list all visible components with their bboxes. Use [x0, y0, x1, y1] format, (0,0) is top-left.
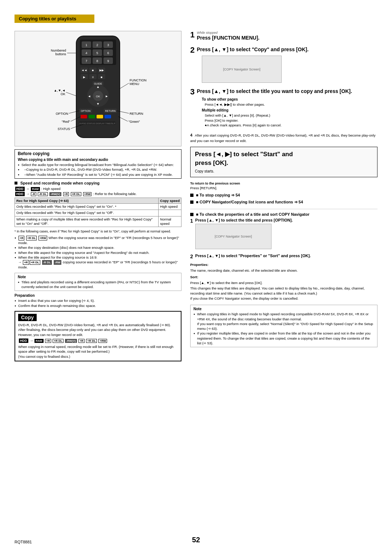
bilingual-list: Select the audio type for recording bili… [18, 162, 178, 177]
return-to-screen: To return to the previous screen Press [… [190, 181, 377, 191]
return-title: To return to the previous screen [190, 182, 240, 185]
bilingual-heading: When copying a title with main and secon… [18, 158, 178, 162]
svg-text:OK: OK [96, 95, 100, 98]
rdl-badge: -R DL [38, 192, 48, 196]
copy-box-title: Copy [18, 314, 37, 321]
svg-text:buttons: buttons [55, 52, 66, 56]
footnote-item-4: When the title aspect for the copying so… [15, 255, 181, 270]
step-1: 1 While stopped Press [FUNCTION MENU]. [190, 31, 377, 41]
prep-list: Insert a disc that you can use for copyi… [15, 298, 181, 308]
svg-text:9: 9 [107, 59, 109, 63]
svg-text:"Red": "Red" [62, 120, 70, 123]
preparation-section: Preparation Insert a disc that you can u… [15, 293, 181, 308]
model-number: RQT8881 [15, 540, 32, 544]
footnote-list: +R +R DL +RW When the copying source was… [15, 235, 181, 270]
svg-text:OPTION: OPTION [81, 110, 91, 112]
svg-text:RETURN: RETURN [130, 112, 143, 116]
step-2: 2 Press [▲, ▼] to select "Copy" and pres… [190, 46, 377, 83]
copy-starts-text: Copy starts. [195, 169, 373, 174]
rwv-badge: -RW(V) [49, 192, 61, 196]
step-3-sub: To show other pages Press [◄◄, ▶▶|] to s… [190, 97, 377, 127]
svg-text:FUNCTION: FUNCTION [130, 78, 147, 82]
svg-text:▼: ▼ [97, 102, 100, 106]
multiple-editing-text: Select with [▲, ▼] and press [II]. (Repe… [202, 113, 377, 127]
svg-text:5: 5 [96, 51, 98, 55]
footnote-item-1: +R +R DL +RW When the copying source was… [15, 235, 181, 245]
check-props-step-1-number: 1 [190, 218, 193, 224]
step-4-text: 4 After you start copying DVD-R, DVD-R D… [190, 133, 377, 143]
svg-text:RETURN: RETURN [105, 110, 115, 112]
step-2-header: 2 Press [▲, ▼] to select "Copy" and pres… [190, 46, 377, 54]
svg-rect-48 [105, 115, 111, 118]
prep-title: Preparation [15, 293, 181, 298]
table-row: When making a copy of multiple titles th… [15, 216, 181, 227]
final-note-box: Note When copying titles in high speed m… [190, 305, 377, 347]
step-1-number: 1 [190, 31, 195, 39]
stop-copying-ref: ■ To stop copying ➾ 54 [190, 193, 377, 198]
step-3-number: 3 [190, 88, 195, 96]
bullet-icon-3 [190, 200, 193, 204]
check-props-step-1: 1 Press [▲, ▼] to select the title and p… [190, 218, 377, 251]
svg-text:II: II [92, 76, 94, 79]
hdd-label-2: HDD [15, 192, 25, 196]
note-box: Note Titles and playlists recorded using… [15, 273, 181, 291]
speed-heading: Speed and recording mode when copying [15, 181, 181, 185]
svg-text:■: ■ [92, 69, 94, 72]
bilingual-item-1: Select the audio type for recording bili… [18, 162, 178, 167]
svg-text:3: 3 [107, 43, 109, 47]
speed-heading-text: Speed and recording mode when copying [20, 181, 99, 185]
svg-text:GUIDE: GUIDE [94, 82, 102, 85]
copy-formats-line: HDD → RAM +R +R DL -RW(V) +R +R DL +RW [18, 339, 178, 343]
table-cell-condition-2: Only titles recorded with "Rec for High … [15, 210, 159, 216]
check-properties-title: ■ To check the properties of a title and… [190, 212, 377, 216]
table-cell-condition-3: When making a copy of multiple titles th… [15, 216, 159, 227]
svg-text:OK: OK [61, 92, 65, 96]
svg-text:MENU: MENU [130, 82, 139, 86]
big-instruction-text: Press [◄, ▶] to select "Start" andpress … [195, 150, 373, 167]
finalised-note: (You cannot copy to finalised discs.) [18, 355, 178, 358]
show-pages-sub: To show other pages Press [◄◄, ▶▶|] to s… [202, 97, 377, 107]
prep-item-2: Confirm that there is enough remaining d… [15, 303, 181, 308]
svg-text:■: ■ [101, 76, 103, 79]
return-text-body: Press [RETURN]. [190, 186, 217, 190]
final-note-item-1: When copying titles in high speed mode t… [193, 312, 374, 331]
speed-table: Rec for High Speed Copy (➾ 63) Copy spee… [15, 198, 181, 227]
page: Copying titles or playlists [0, 0, 392, 555]
right-column: 1 While stopped Press [FUNCTION MENU]. 2… [190, 31, 377, 364]
bullet-icon [15, 182, 17, 185]
check-properties-title-text: ■ To check the properties of a title and… [196, 212, 309, 216]
properties-text: The name, recording date, channel etc. o… [190, 268, 377, 273]
note-title: Note [18, 275, 178, 280]
footnote-item-3: When the title aspect for the copying so… [15, 250, 181, 255]
prep-item-1: Insert a disc that you can use for copyi… [15, 298, 181, 303]
before-copying-box: Before copying When copying a title with… [15, 149, 181, 179]
copy-navigator-screenshot-1: [COPY Navigator Screen] [202, 56, 282, 83]
hdd-label: HDD [15, 187, 25, 191]
big-instruction-box: Press [◄, ▶] to select "Start" andpress … [190, 147, 377, 177]
svg-text:▶▶: ▶▶ [99, 69, 104, 72]
check-props-step-2-number: 2 [190, 254, 193, 259]
final-note-item-2: If you register multiple titles, they ar… [193, 331, 374, 345]
table-cell-speed-1: High speed [159, 203, 181, 210]
hdd-others-note: HDD → -R -R DL -RW(V) +R +R DL +RW : Ref… [15, 192, 181, 196]
svg-text:►: ► [105, 94, 109, 98]
svg-text:◄: ◄ [88, 94, 91, 98]
step-2-instruction: Press [▲, ▼] to select "Copy" and press … [197, 46, 309, 53]
copy-box: Copy DVD-R, DVD-R DL, DVD-RW (DVD-Video … [15, 311, 181, 361]
svg-text:OPTION: OPTION [56, 112, 68, 116]
normal-speed-text: When copying in normal speed, recording … [18, 344, 178, 354]
sort-label: Sort: [190, 275, 377, 280]
remote-control-image: 1 2 3 4 5 6 7 [47, 34, 149, 143]
svg-text:2: 2 [96, 43, 98, 47]
final-note-title: Note [193, 307, 374, 312]
copy-nav-ref: ■ COPY Navigator/Copying list icons and … [190, 200, 377, 204]
bilingual-item-2: –Copying to a DVD-R, DVD-R DL, DVD-RW (D… [18, 167, 178, 172]
step-3-header: 3 Press [▲, ▼] to select the title you w… [190, 88, 377, 96]
svg-text:4: 4 [85, 51, 87, 55]
svg-text:▲: ▲ [97, 85, 100, 89]
svg-text:1: 1 [85, 43, 87, 47]
svg-text:7: 7 [85, 59, 87, 63]
svg-line-54 [120, 83, 129, 89]
show-pages-title: To show other pages [202, 97, 377, 101]
table-row: Only titles recorded with "Rec for High … [15, 203, 181, 210]
